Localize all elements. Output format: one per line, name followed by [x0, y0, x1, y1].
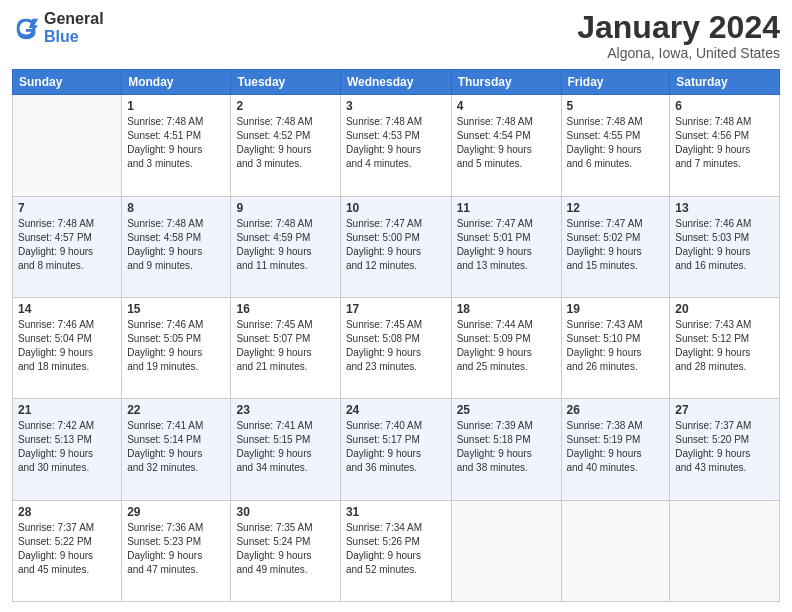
day-number: 21 — [18, 403, 116, 417]
day-cell: 12Sunrise: 7:47 AM Sunset: 5:02 PM Dayli… — [561, 196, 670, 297]
day-info: Sunrise: 7:48 AM Sunset: 4:58 PM Dayligh… — [127, 217, 225, 273]
col-header-saturday: Saturday — [670, 70, 780, 95]
day-cell: 7Sunrise: 7:48 AM Sunset: 4:57 PM Daylig… — [13, 196, 122, 297]
week-row-4: 28Sunrise: 7:37 AM Sunset: 5:22 PM Dayli… — [13, 500, 780, 601]
week-row-0: 1Sunrise: 7:48 AM Sunset: 4:51 PM Daylig… — [13, 95, 780, 196]
col-header-thursday: Thursday — [451, 70, 561, 95]
day-cell: 16Sunrise: 7:45 AM Sunset: 5:07 PM Dayli… — [231, 297, 340, 398]
day-number: 4 — [457, 99, 556, 113]
day-cell: 22Sunrise: 7:41 AM Sunset: 5:14 PM Dayli… — [122, 399, 231, 500]
col-header-tuesday: Tuesday — [231, 70, 340, 95]
logo-blue: Blue — [44, 28, 104, 46]
day-info: Sunrise: 7:47 AM Sunset: 5:02 PM Dayligh… — [567, 217, 665, 273]
day-cell — [451, 500, 561, 601]
col-header-friday: Friday — [561, 70, 670, 95]
day-info: Sunrise: 7:43 AM Sunset: 5:12 PM Dayligh… — [675, 318, 774, 374]
day-number: 3 — [346, 99, 446, 113]
day-number: 25 — [457, 403, 556, 417]
col-header-monday: Monday — [122, 70, 231, 95]
day-info: Sunrise: 7:47 AM Sunset: 5:01 PM Dayligh… — [457, 217, 556, 273]
day-info: Sunrise: 7:41 AM Sunset: 5:15 PM Dayligh… — [236, 419, 334, 475]
day-number: 12 — [567, 201, 665, 215]
day-number: 13 — [675, 201, 774, 215]
day-number: 23 — [236, 403, 334, 417]
day-cell: 5Sunrise: 7:48 AM Sunset: 4:55 PM Daylig… — [561, 95, 670, 196]
day-number: 24 — [346, 403, 446, 417]
day-cell: 19Sunrise: 7:43 AM Sunset: 5:10 PM Dayli… — [561, 297, 670, 398]
day-number: 22 — [127, 403, 225, 417]
page: General Blue January 2024 Algona, Iowa, … — [0, 0, 792, 612]
title-block: January 2024 Algona, Iowa, United States — [577, 10, 780, 61]
day-info: Sunrise: 7:46 AM Sunset: 5:03 PM Dayligh… — [675, 217, 774, 273]
header: General Blue January 2024 Algona, Iowa, … — [12, 10, 780, 61]
day-cell: 23Sunrise: 7:41 AM Sunset: 5:15 PM Dayli… — [231, 399, 340, 500]
day-number: 1 — [127, 99, 225, 113]
day-cell: 20Sunrise: 7:43 AM Sunset: 5:12 PM Dayli… — [670, 297, 780, 398]
day-cell: 29Sunrise: 7:36 AM Sunset: 5:23 PM Dayli… — [122, 500, 231, 601]
week-row-1: 7Sunrise: 7:48 AM Sunset: 4:57 PM Daylig… — [13, 196, 780, 297]
day-number: 11 — [457, 201, 556, 215]
day-cell: 8Sunrise: 7:48 AM Sunset: 4:58 PM Daylig… — [122, 196, 231, 297]
day-number: 18 — [457, 302, 556, 316]
location: Algona, Iowa, United States — [577, 45, 780, 61]
day-info: Sunrise: 7:46 AM Sunset: 5:05 PM Dayligh… — [127, 318, 225, 374]
day-cell: 10Sunrise: 7:47 AM Sunset: 5:00 PM Dayli… — [340, 196, 451, 297]
day-cell: 26Sunrise: 7:38 AM Sunset: 5:19 PM Dayli… — [561, 399, 670, 500]
week-row-3: 21Sunrise: 7:42 AM Sunset: 5:13 PM Dayli… — [13, 399, 780, 500]
day-cell: 28Sunrise: 7:37 AM Sunset: 5:22 PM Dayli… — [13, 500, 122, 601]
day-number: 27 — [675, 403, 774, 417]
day-info: Sunrise: 7:48 AM Sunset: 4:54 PM Dayligh… — [457, 115, 556, 171]
day-info: Sunrise: 7:34 AM Sunset: 5:26 PM Dayligh… — [346, 521, 446, 577]
logo-text: General Blue — [44, 10, 104, 45]
day-cell — [670, 500, 780, 601]
day-info: Sunrise: 7:41 AM Sunset: 5:14 PM Dayligh… — [127, 419, 225, 475]
day-number: 31 — [346, 505, 446, 519]
week-row-2: 14Sunrise: 7:46 AM Sunset: 5:04 PM Dayli… — [13, 297, 780, 398]
day-info: Sunrise: 7:48 AM Sunset: 4:55 PM Dayligh… — [567, 115, 665, 171]
day-info: Sunrise: 7:43 AM Sunset: 5:10 PM Dayligh… — [567, 318, 665, 374]
day-cell: 18Sunrise: 7:44 AM Sunset: 5:09 PM Dayli… — [451, 297, 561, 398]
day-number: 7 — [18, 201, 116, 215]
day-cell: 31Sunrise: 7:34 AM Sunset: 5:26 PM Dayli… — [340, 500, 451, 601]
day-number: 29 — [127, 505, 225, 519]
day-info: Sunrise: 7:48 AM Sunset: 4:56 PM Dayligh… — [675, 115, 774, 171]
day-number: 2 — [236, 99, 334, 113]
day-info: Sunrise: 7:39 AM Sunset: 5:18 PM Dayligh… — [457, 419, 556, 475]
col-header-wednesday: Wednesday — [340, 70, 451, 95]
day-info: Sunrise: 7:40 AM Sunset: 5:17 PM Dayligh… — [346, 419, 446, 475]
day-cell — [561, 500, 670, 601]
day-info: Sunrise: 7:45 AM Sunset: 5:07 PM Dayligh… — [236, 318, 334, 374]
day-cell: 27Sunrise: 7:37 AM Sunset: 5:20 PM Dayli… — [670, 399, 780, 500]
day-number: 16 — [236, 302, 334, 316]
header-row: SundayMondayTuesdayWednesdayThursdayFrid… — [13, 70, 780, 95]
day-number: 30 — [236, 505, 334, 519]
day-cell: 1Sunrise: 7:48 AM Sunset: 4:51 PM Daylig… — [122, 95, 231, 196]
day-number: 28 — [18, 505, 116, 519]
day-info: Sunrise: 7:37 AM Sunset: 5:20 PM Dayligh… — [675, 419, 774, 475]
day-number: 15 — [127, 302, 225, 316]
logo-icon — [12, 14, 40, 42]
day-info: Sunrise: 7:48 AM Sunset: 4:57 PM Dayligh… — [18, 217, 116, 273]
day-cell: 30Sunrise: 7:35 AM Sunset: 5:24 PM Dayli… — [231, 500, 340, 601]
day-number: 6 — [675, 99, 774, 113]
day-cell: 21Sunrise: 7:42 AM Sunset: 5:13 PM Dayli… — [13, 399, 122, 500]
day-info: Sunrise: 7:48 AM Sunset: 4:53 PM Dayligh… — [346, 115, 446, 171]
day-info: Sunrise: 7:36 AM Sunset: 5:23 PM Dayligh… — [127, 521, 225, 577]
day-cell: 15Sunrise: 7:46 AM Sunset: 5:05 PM Dayli… — [122, 297, 231, 398]
day-info: Sunrise: 7:37 AM Sunset: 5:22 PM Dayligh… — [18, 521, 116, 577]
day-cell: 9Sunrise: 7:48 AM Sunset: 4:59 PM Daylig… — [231, 196, 340, 297]
day-cell: 4Sunrise: 7:48 AM Sunset: 4:54 PM Daylig… — [451, 95, 561, 196]
day-info: Sunrise: 7:48 AM Sunset: 4:59 PM Dayligh… — [236, 217, 334, 273]
day-number: 9 — [236, 201, 334, 215]
day-number: 20 — [675, 302, 774, 316]
day-number: 14 — [18, 302, 116, 316]
day-cell: 25Sunrise: 7:39 AM Sunset: 5:18 PM Dayli… — [451, 399, 561, 500]
day-info: Sunrise: 7:45 AM Sunset: 5:08 PM Dayligh… — [346, 318, 446, 374]
day-cell: 3Sunrise: 7:48 AM Sunset: 4:53 PM Daylig… — [340, 95, 451, 196]
day-info: Sunrise: 7:48 AM Sunset: 4:51 PM Dayligh… — [127, 115, 225, 171]
day-number: 26 — [567, 403, 665, 417]
day-cell: 6Sunrise: 7:48 AM Sunset: 4:56 PM Daylig… — [670, 95, 780, 196]
day-number: 10 — [346, 201, 446, 215]
logo: General Blue — [12, 10, 104, 45]
day-info: Sunrise: 7:44 AM Sunset: 5:09 PM Dayligh… — [457, 318, 556, 374]
